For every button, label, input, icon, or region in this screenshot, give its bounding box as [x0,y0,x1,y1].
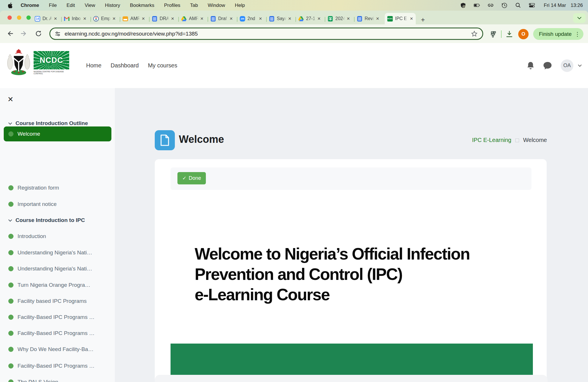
close-sidebar-button[interactable]: ✕ [7,95,13,104]
browser-tab-calendar[interactable]: 14 Dr. A ✕ [32,13,60,24]
time-machine-icon[interactable] [501,2,508,9]
zoom-window-button[interactable] [26,15,31,20]
menubar-item-view[interactable]: View [85,3,95,8]
download-icon[interactable] [506,30,513,38]
sidebar-section-intro-ipc[interactable]: Course Introduction to IPC [0,215,115,226]
tab-close-icon[interactable]: ✕ [111,16,117,21]
browser-tab-amr-drive[interactable]: AMR ✕ [179,13,206,24]
tab-close-icon[interactable]: ✕ [346,16,351,21]
user-avatar[interactable]: OA [561,59,573,72]
menubar-item-history[interactable]: History [105,3,120,8]
tab-search-chevron-button[interactable] [573,13,586,23]
browser-tab-review-doc[interactable]: Revi ✕ [354,13,382,24]
tab-close-icon[interactable]: ✕ [316,16,322,21]
link-status-icon[interactable] [488,2,494,9]
tab-close-icon[interactable]: ✕ [375,16,380,21]
breadcrumb-course-link[interactable]: IPC E-Learning [472,137,511,143]
main-content: Welcome IPC E-Learning Welcome ✓ Done We… [115,88,588,382]
menubar-item-help[interactable]: Help [235,3,245,8]
sidebar-item[interactable]: Understanding Nigeria's Nati… [0,263,115,274]
gmail-icon [64,16,69,22]
messages-bubble-icon[interactable] [543,61,552,70]
window-controls [7,15,31,20]
browser-tab-27-drive[interactable]: 27-1 ✕ [296,13,323,24]
menubar-date[interactable]: Fri 14 Mar [544,3,566,8]
sidebar-item[interactable]: Registration form [0,182,115,194]
tab-close-icon[interactable]: ✕ [199,16,204,21]
bookmark-star-icon[interactable] [471,30,478,37]
site-settings-tune-icon[interactable] [55,31,61,37]
sidebar-item[interactable]: Facility-Based IPC Programs … [0,360,115,372]
sidebar-item[interactable]: Facility based IPC Programs [0,295,115,307]
apple-menu-icon[interactable] [8,3,13,8]
ncdc-logo[interactable]: NCDC [34,51,69,69]
address-bar[interactable]: elearning.ncdc.gov.ng/mod/resource/view.… [49,28,483,40]
menubar-item-tab[interactable]: Tab [190,3,198,8]
tab-close-icon[interactable]: ✕ [229,16,234,21]
sidebar-item[interactable]: Important notice [0,198,115,210]
browser-menu-dots-icon[interactable]: ⋮ [575,31,580,38]
close-window-button[interactable] [7,15,12,20]
menubar-item-window[interactable]: Window [208,3,225,8]
sidebar-item[interactable]: Facility-Based IPC Programs … [0,311,115,323]
tab-close-icon[interactable]: ✕ [170,16,175,21]
browser-tab-2024-sheet[interactable]: 2024 ✕ [325,13,353,24]
user-menu-chevron-icon[interactable] [578,63,582,67]
menubar-clock[interactable]: 13:26 [570,3,583,8]
done-button[interactable]: ✓ Done [177,172,206,184]
menubar-item-file[interactable]: File [49,3,57,8]
yellow-site-icon [123,16,128,21]
menubar-item-profiles[interactable]: Profiles [164,3,180,8]
browser-tab-emp[interactable]: Emp ✕ [91,13,118,24]
completion-dot-icon [8,185,13,190]
battery-icon[interactable] [474,2,480,9]
sidebar-item-welcome-active[interactable]: Welcome [4,126,111,141]
back-button[interactable] [5,29,14,38]
sidebar-item[interactable]: Understanding Nigeria's Nati… [0,247,115,258]
menubar-item-bookmarks[interactable]: Bookmarks [130,3,154,8]
sidebar-item[interactable]: Why Do We Need Facility-Ba… [0,344,115,355]
tab-close-icon[interactable]: ✕ [409,16,414,21]
sidebar-item[interactable]: Turn Nigeria Orange Progra… [0,279,115,291]
minimize-window-button[interactable] [17,15,21,20]
browser-tab-amr-site[interactable]: AMR ✕ [120,13,148,24]
reload-button[interactable] [34,29,43,38]
completion-dot-icon [8,234,13,239]
browser-profile-avatar[interactable]: O [518,29,529,39]
browser-tab-gmail[interactable]: Inbo ✕ [61,13,89,24]
ncdc-favicon: NCDC [387,16,393,22]
url-text[interactable]: elearning.ncdc.gov.ng/mod/resource/view.… [65,31,471,37]
tab-close-icon[interactable]: ✕ [258,16,263,21]
browser-tab-ipc-active[interactable]: NCDC IPC E ✕ [385,13,416,24]
new-tab-button[interactable]: + [421,16,425,24]
tab-close-icon[interactable]: ✕ [53,16,58,21]
menubar-item-edit[interactable]: Edit [67,3,75,8]
finish-update-button[interactable]: Finish update ⋮ [533,28,583,40]
spotlight-search-icon[interactable] [515,2,521,9]
zoom-app-icon: zm [240,16,245,22]
nav-my-courses-link[interactable]: My courses [148,62,177,69]
browser-tab-dra-doc[interactable]: DRA ✕ [149,13,177,24]
sidebar-item[interactable]: Introduction [0,231,115,242]
browser-tab-zoom[interactable]: zm 2nd ✕ [237,13,265,24]
privacy-shield-icon[interactable] [460,2,466,9]
sidebar-item[interactable]: Facility-Based IPC Programs … [0,328,115,339]
nav-dashboard-link[interactable]: Dashboard [111,62,139,69]
tab-close-icon[interactable]: ✕ [287,16,292,21]
webpage: NCDC NIGERIA CENTRE FOR DISEASE CONTROL … [0,43,588,382]
control-center-icon[interactable] [529,2,535,9]
tab-close-icon[interactable]: ✕ [141,16,146,21]
google-drive-icon [298,16,304,22]
browser-tab-saya-doc[interactable]: SayA ✕ [266,13,294,24]
extensions-puzzle-icon[interactable] [490,30,497,38]
completion-dot-icon [8,266,13,271]
notifications-bell-icon[interactable] [526,61,535,70]
sidebar-item[interactable]: The PALS Vision [0,376,115,382]
menubar-item-chrome[interactable]: Chrome [21,3,39,8]
forward-button[interactable] [20,29,29,38]
browser-toolbar: elearning.ncdc.gov.ng/mod/resource/view.… [0,24,588,43]
nav-home-link[interactable]: Home [86,62,101,69]
tab-close-icon[interactable]: ✕ [82,16,87,21]
browser-tab-draft-doc[interactable]: Draf ✕ [208,13,235,24]
completion-dot-icon [8,282,13,288]
